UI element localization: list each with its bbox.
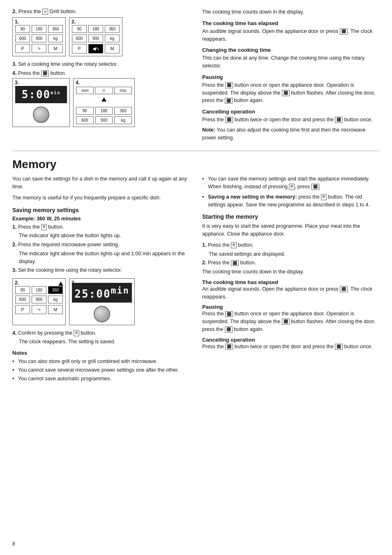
cancelling-btn2-top: ⬛ [335,117,343,123]
changing-text: This can be done at any time. Change the… [202,54,380,70]
panel-2-num: 2. [71,19,76,25]
elapsed-title: The cooking time has elapsed [202,20,380,26]
panels-row-2: 3. 5:00min 4. start ⊙ stop 9 [12,78,190,127]
top-section: 2. Press the ⊟ Grill button. 1. 90 180 3… [12,8,380,144]
cooking-countdown-text: The cooking time counts down in the disp… [202,8,380,16]
left-column: 2. Press the ⊟ Grill button. 1. 90 180 3… [12,8,190,144]
mem-panel-3-num: 3. [71,280,76,286]
note-item-1: You can also store grill only or grill c… [12,358,190,365]
display-screen-1: 5:00min [15,86,67,103]
right-bullet-2: Saving a new setting in the memory: pres… [202,193,380,209]
pausing-text-right: Press the ⬛ button once or open the appl… [202,310,380,333]
p4-btn-900: 900 [95,116,113,124]
p2-btn-p: P [72,44,87,53]
pausing-btn3-top: ⬛ [225,98,233,104]
right-bullet-1: You can save the memory settings and sta… [202,175,380,191]
pausing-title-top: Pausing [202,74,380,80]
mem-step1-sub: The indicator light above the button lig… [12,232,190,240]
step3-text: 3. Set a cooking time using the rotary s… [12,60,190,68]
min-sup-2: min [111,285,129,296]
btn-600: 600 [15,35,30,42]
start-step2: 2. Press the ⬛ button. [202,259,380,267]
panel-4: 4. start ⊙ stop 90 180 360 600 900 kg [73,78,135,127]
btn-kg: kg [48,35,63,42]
start-step1: 1. Press the M button. [202,241,380,249]
btn-180: 180 [32,25,46,33]
panel-2-bottom: P ◀∿ M [72,44,120,53]
pausing-btn2-top: ⬛ [282,90,290,96]
elapsed-text: An audible signal sounds. Open the appli… [202,28,380,43]
mem-panel-2-num: 2. [15,280,19,286]
panel-4-num: 4. [76,80,80,86]
mem-panel-3: 3. 25:00min [69,278,135,325]
display-time-1: 5:00 [22,88,51,101]
p4-start-btn: start [76,87,94,94]
pausing-btn3-right: ⬛ [225,326,233,333]
mem-step4-btn: M [74,330,79,336]
arrow-360-indicator [58,280,63,286]
right-column-top: The cooking time counts down in the disp… [198,8,380,144]
arrow-up-icon [101,97,106,102]
mem-panel-2-bottom: P ∿ M [15,305,63,314]
btn-360: 360 [48,25,63,33]
page-number: 8 [12,541,15,547]
mem-step1-btn: M [41,224,46,230]
rb1-btn-m: M [289,184,294,190]
rb1-btn-start: ⬛ [311,184,319,190]
p2-btn-180: 180 [88,25,103,33]
memory-intro1: You can save the settings for a dish in … [12,175,190,191]
mp2-btn-180: 180 [32,286,46,294]
panel-1-num: 1. [15,19,19,25]
btn-90: 90 [15,25,30,33]
section-divider [12,150,380,151]
changing-title: Changing the cooking time [202,47,380,53]
right-bullets: You can save the memory settings and sta… [202,175,380,208]
elapsed-text-right: An audible signal sounds. Open the appli… [202,285,380,301]
pausing-text-top: Press the ⬛ button once or open the appl… [202,81,380,104]
step2-header: 2. Press the ⊟ Grill button. [12,8,190,15]
starting-intro: It is very easy to start the saved progr… [202,222,380,238]
cancelling-text-right: Press the ⬛ button twice or open the doo… [202,343,380,351]
elapsed-title-right: The cooking time has elapsed [202,279,380,285]
mem-step4-sub1: The clock reappears. The setting is save… [12,338,190,346]
p2-btn-m: M [105,44,120,53]
memory-section: Memory You can save the settings for a d… [12,158,380,383]
mem-step2: 2. Press the required microwave power se… [12,241,190,249]
mem-step3: 3. Set the cooking time using the rotary… [12,266,190,274]
p2-btn-grill-active: ◀∿ [88,44,103,53]
panel-4-top-row: start ⊙ stop [76,87,132,94]
btn-m: M [48,44,63,53]
panel-4-grid: 90 180 360 600 900 kg [76,107,132,124]
panel-1: 1. 90 180 360 600 900 kg P ∿ M [12,17,66,56]
panel-2: 2. 90 180 360 600 900 kg P ◀∿ M [69,17,122,56]
start-step1-sub: The saved settings are displayed. [202,250,380,258]
panel-3: 3. 5:00min [12,78,70,127]
mp2-btn-kg: kg [48,296,63,303]
step4-inline-btn: ⬛ [41,70,49,76]
start-step1-btn: M [231,242,236,248]
mem-panel-2-grid: 90 180 360 600 900 kg [15,286,63,303]
p4-btn-600: 600 [76,116,94,124]
memory-panels: 2. 90 180 360 600 900 kg P ∿ [12,278,190,325]
mem-step4: 4. Confirm by pressing the M button. [12,329,190,337]
display-time-2: 25:00 [74,288,111,300]
memory-title: Memory [12,158,380,171]
cancelling-text-top: Press the ⬛ button twice or open the doo… [202,116,380,124]
p2-btn-360: 360 [105,25,120,33]
display-screen-2: 25:00min [72,283,132,303]
note-item-3: You cannot save automatic programmes. [12,375,190,383]
pausing-title-right: Pausing [202,304,380,310]
min-sup-1: min [51,91,60,95]
panel-2-grid: 90 180 360 600 900 kg [72,25,120,42]
mp2-btn-m: M [48,305,63,314]
cancelling-btn1-top: ⬛ [225,117,233,123]
elapsed-btn-right: ⬛ [340,286,348,292]
starting-title: Starting the memory [202,213,380,220]
arrow-up-indicator [76,96,132,102]
rb2-btn-m: M [321,194,326,200]
example-label: Example: 360 W, 25 minutes [12,216,190,222]
p4-btn-360: 360 [114,107,132,115]
p2-btn-90: 90 [72,25,87,33]
p4-btn-180: 180 [95,107,113,115]
cancelling-title-right: Cancelling operation [202,337,380,343]
